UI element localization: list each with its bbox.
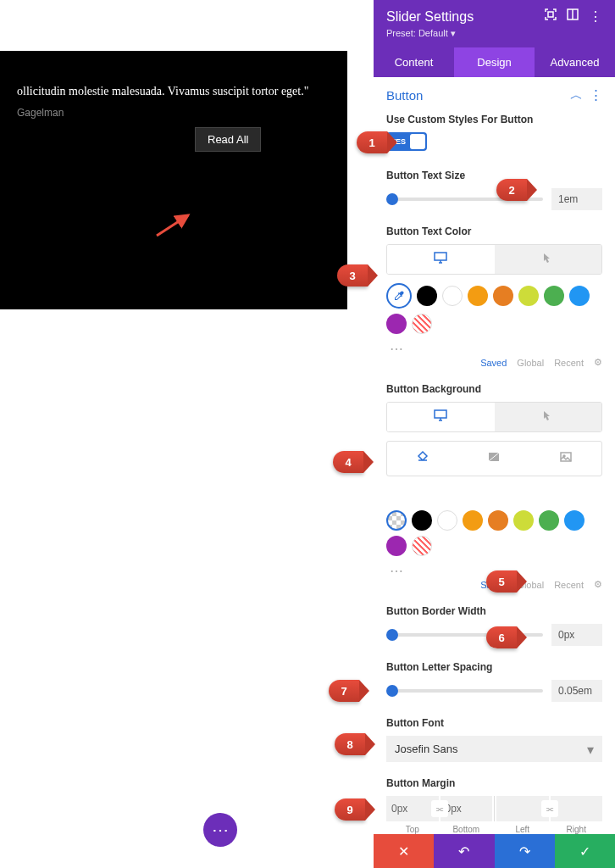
color-more-icon[interactable]: ⋯ xyxy=(390,341,602,357)
chevron-up-icon[interactable]: ︿ xyxy=(570,87,583,103)
swatch-green[interactable] xyxy=(544,286,564,306)
callout-1: 1 xyxy=(357,131,387,153)
bg-gradient-tab[interactable] xyxy=(458,442,529,476)
margin-lr-link-icon[interactable]: ⫘ xyxy=(541,800,558,817)
swatch-black[interactable] xyxy=(417,286,437,306)
swatch-lime[interactable] xyxy=(518,286,539,306)
swatch-blue[interactable] xyxy=(569,286,590,306)
preview-read-all-button[interactable]: Read All xyxy=(195,127,261,152)
callout-7: 7 xyxy=(329,680,359,702)
background-label: Button Background xyxy=(386,383,602,395)
custom-styles-label: Use Custom Styles For Button xyxy=(386,114,602,125)
margin-bottom-input[interactable] xyxy=(440,796,493,821)
swatch-white-2[interactable] xyxy=(437,510,457,531)
swatch-lime-2[interactable] xyxy=(513,510,534,531)
font-label: Button Font xyxy=(386,717,602,729)
panel-body: Use Custom Styles For Button YES Button … xyxy=(374,114,615,834)
cancel-button[interactable]: ✕ xyxy=(374,834,434,868)
margin-tb-link-icon[interactable]: ⫘ xyxy=(431,800,448,817)
margin-top-label: Top xyxy=(386,825,439,834)
callout-2: 2 xyxy=(496,179,527,201)
eyedropper-icon[interactable] xyxy=(386,283,412,309)
swatch-white[interactable] xyxy=(442,286,463,306)
svg-rect-1 xyxy=(548,12,553,17)
svg-line-0 xyxy=(157,215,188,236)
fab-more-button[interactable]: ⋯ xyxy=(203,813,237,847)
section-title: Button xyxy=(386,88,423,103)
text-color-hover-tab[interactable] xyxy=(495,245,602,274)
swatch-orange[interactable] xyxy=(468,286,488,306)
svg-rect-4 xyxy=(435,253,446,260)
redo-button[interactable]: ↷ xyxy=(495,834,555,868)
swatch-purple[interactable] xyxy=(386,314,407,334)
panel-header: Slider Settings ⋮ Preset: Default ▾ xyxy=(374,0,615,47)
panel-title: Slider Settings xyxy=(386,9,474,25)
save-button[interactable]: ✓ xyxy=(555,834,615,868)
letter-spacing-slider[interactable] xyxy=(386,689,543,693)
font-select[interactable] xyxy=(386,736,602,762)
color-saved-link[interactable]: Saved xyxy=(480,358,507,368)
border-width-label: Button Border Width xyxy=(386,605,602,617)
section-more-icon[interactable]: ⋮ xyxy=(590,87,602,103)
text-size-input[interactable] xyxy=(551,188,602,210)
swatch-dark-orange[interactable] xyxy=(493,286,513,306)
swatch-orange-2[interactable] xyxy=(463,510,483,531)
preview-author: Gagelman xyxy=(17,107,330,119)
callout-8: 8 xyxy=(335,733,365,755)
swatch-transparent[interactable] xyxy=(386,510,407,531)
preview-slide-text: ollicitudin molestie malesuada. Vivamus … xyxy=(17,85,330,98)
swatch-none[interactable] xyxy=(412,314,432,334)
panel-tabs: Content Design Advanced xyxy=(374,47,615,77)
svg-rect-7 xyxy=(435,410,446,418)
footer-bar: ✕ ↶ ↷ ✓ xyxy=(374,834,615,868)
letter-spacing-input[interactable] xyxy=(551,680,602,702)
annotation-arrow-icon xyxy=(152,212,195,237)
margin-label: Button Margin xyxy=(386,777,602,789)
preset-label[interactable]: Preset: Default ▾ xyxy=(386,28,602,39)
letter-spacing-label: Button Letter Spacing xyxy=(386,661,602,673)
layout-icon[interactable] xyxy=(567,8,579,25)
text-size-label: Button Text Size xyxy=(386,170,602,181)
margin-right-label: Right xyxy=(551,825,603,834)
settings-panel: Slider Settings ⋮ Preset: Default ▾ Cont… xyxy=(374,0,615,868)
bg-hover-tab[interactable] xyxy=(495,403,602,431)
more-icon[interactable]: ⋮ xyxy=(589,8,602,25)
swatch-green-2[interactable] xyxy=(539,510,559,531)
margin-left-label: Left xyxy=(496,825,549,834)
text-color-label: Button Text Color xyxy=(386,225,602,237)
callout-9: 9 xyxy=(335,798,365,821)
swatch-purple-2[interactable] xyxy=(386,536,407,556)
color-global-link[interactable]: Global xyxy=(517,358,544,368)
swatch-none-2[interactable] xyxy=(412,536,432,556)
bg-color-tab[interactable] xyxy=(387,442,458,476)
tab-content[interactable]: Content xyxy=(374,47,454,77)
callout-4: 4 xyxy=(333,451,363,473)
border-width-input[interactable] xyxy=(551,624,602,646)
preview-area: ollicitudin molestie malesuada. Vivamus … xyxy=(0,51,347,309)
bg-gear-icon[interactable]: ⚙ xyxy=(594,579,602,590)
callout-6: 6 xyxy=(486,626,517,648)
undo-button[interactable]: ↶ xyxy=(434,834,494,868)
color-recent-link[interactable]: Recent xyxy=(554,358,584,368)
bg-recent-link[interactable]: Recent xyxy=(554,580,584,590)
bg-image-tab[interactable] xyxy=(530,442,601,476)
swatch-black-2[interactable] xyxy=(412,510,432,531)
section-header[interactable]: Button ︿ ⋮ xyxy=(374,77,615,114)
gear-icon[interactable]: ⚙ xyxy=(594,357,602,368)
margin-bottom-label: Bottom xyxy=(440,825,493,834)
swatch-dark-orange-2[interactable] xyxy=(488,510,508,531)
swatch-blue-2[interactable] xyxy=(564,510,585,531)
tab-design[interactable]: Design xyxy=(454,47,535,77)
expand-icon[interactable] xyxy=(545,8,557,25)
callout-3: 3 xyxy=(337,264,368,287)
margin-right-input[interactable] xyxy=(551,796,603,821)
callout-5: 5 xyxy=(486,570,517,593)
text-color-desktop-tab[interactable] xyxy=(387,245,495,274)
tab-advanced[interactable]: Advanced xyxy=(535,47,615,77)
bg-desktop-tab[interactable] xyxy=(387,403,495,431)
